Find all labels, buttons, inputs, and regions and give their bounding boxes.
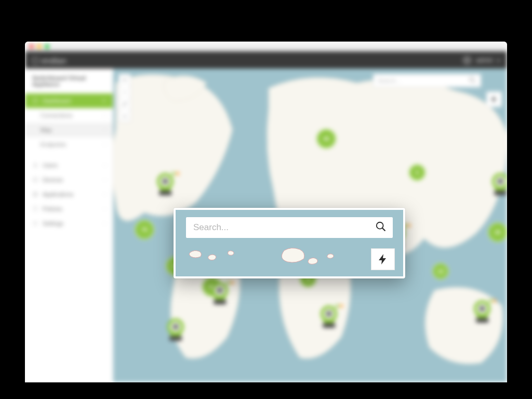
search-overlay-input[interactable] [192,222,375,233]
pin-label [169,336,182,341]
chevron-right-icon: ▾ [103,98,105,103]
app-window: endian admin ▾ Switchboard Virtual Appli… [25,42,507,382]
sidebar-item-label: Settings [43,220,63,227]
zoom-fit-button[interactable]: ⤢ [119,98,130,110]
maximize-dot-icon[interactable] [45,44,49,49]
sidebar-item-connections[interactable]: Connections › [25,108,113,123]
device-icon [32,177,38,183]
pin-label [476,318,488,323]
svg-rect-5 [33,195,35,196]
pin-label [323,323,335,328]
sidebar-item-endpoints[interactable]: Endpoints › [25,137,113,152]
map-pin[interactable] [491,173,507,196]
svg-rect-3 [33,192,35,194]
sidebar-item-label: Devices [43,177,63,183]
sidebar-item-label: Dashboard [43,98,71,104]
user-label: admin [476,57,493,64]
chevron-down-icon: ▾ [497,58,500,63]
svg-rect-6 [36,195,37,196]
chevron-right-icon: › [104,163,105,168]
overlay-map-fragment [181,241,398,272]
sidebar-item-label: Policies [43,206,62,212]
grid-icon [32,191,38,197]
chevron-right-icon: › [104,192,105,197]
svg-point-16 [326,311,331,316]
svg-point-1 [34,163,36,165]
user-menu[interactable]: admin ▾ [462,56,500,65]
svg-rect-2 [33,178,37,181]
minimize-dot-icon[interactable] [37,44,42,49]
app-topbar: endian admin ▾ [25,51,507,69]
map-zoom-controls: + − ⤢ ⌂ [118,74,131,122]
cluster-marker[interactable]: 5 [409,164,425,181]
sidebar: Switchboard Virtual Appliance Dashboard … [25,69,113,382]
shield-icon [32,206,38,212]
cluster-marker[interactable]: 25 [488,222,507,242]
search-overlay [174,208,405,278]
svg-rect-4 [36,192,37,194]
avatar-icon [462,56,472,65]
chevron-right-icon: › [104,221,105,226]
map-pin[interactable] [156,173,174,196]
map-pin[interactable] [211,282,229,305]
svg-point-20 [498,179,503,184]
sidebar-item-label: Endpoints [41,141,66,148]
bolt-icon [377,253,389,265]
window-titlebar [25,42,507,51]
quick-action-overlay-button[interactable] [371,248,395,270]
sidebar-item-label: Map [41,127,51,133]
device-title: Switchboard Virtual Appliance [25,73,113,88]
sidebar-item-policies[interactable]: Policies › [25,202,113,216]
user-icon [32,162,38,168]
close-dot-icon[interactable] [29,44,34,49]
pin-label [214,300,226,304]
zoom-out-button[interactable]: − [119,86,130,98]
svg-point-7 [35,223,36,224]
cluster-marker[interactable]: 12 [432,263,449,280]
search-icon[interactable] [375,221,387,234]
svg-point-8 [470,77,474,82]
sidebar-item-map[interactable]: Map › [25,123,113,137]
sidebar-item-applications[interactable]: Applications › [25,187,113,202]
sidebar-item-label: Connections [41,112,72,118]
pin-label [494,191,507,195]
zoom-reset-button[interactable]: ⌂ [119,110,130,122]
pin-label [159,191,171,195]
chevron-right-icon: › [104,206,105,211]
svg-point-12 [217,288,222,293]
chevron-right-icon: › [104,113,105,118]
sidebar-item-users[interactable]: Users › [25,158,113,172]
sidebar-item-label: Users [43,162,58,168]
map-search-input[interactable]: Search... [373,74,481,87]
quick-action-button[interactable] [486,91,502,107]
brand-text: endian [42,56,66,65]
bolt-icon [490,95,498,103]
chevron-right-icon: › [104,127,105,132]
sidebar-item-label: Applications [43,191,73,197]
cluster-marker[interactable]: 45 [316,129,336,149]
sidebar-item-dashboard[interactable]: Dashboard ▾ [25,94,113,108]
svg-point-10 [163,179,168,184]
search-icon [468,76,476,85]
cluster-marker[interactable]: 75 [135,220,154,240]
svg-point-14 [173,324,178,329]
brand-logo-icon [32,58,38,64]
device-subtitle [25,88,113,94]
chevron-right-icon: › [104,177,105,182]
gear-icon [32,220,38,227]
zoom-in-button[interactable]: + [119,74,130,86]
chevron-right-icon: › [104,142,105,147]
sidebar-item-settings[interactable]: Settings › [25,216,113,231]
map-pin[interactable] [473,300,491,323]
map-pin[interactable] [167,318,184,341]
placeholder-text: Search... [378,77,401,84]
search-overlay-row [186,217,393,238]
sidebar-item-devices[interactable]: Devices › [25,172,113,187]
gauge-icon [32,98,38,104]
svg-point-22 [480,306,485,311]
map-pin[interactable] [320,305,338,328]
brand-label: endian [32,56,66,65]
